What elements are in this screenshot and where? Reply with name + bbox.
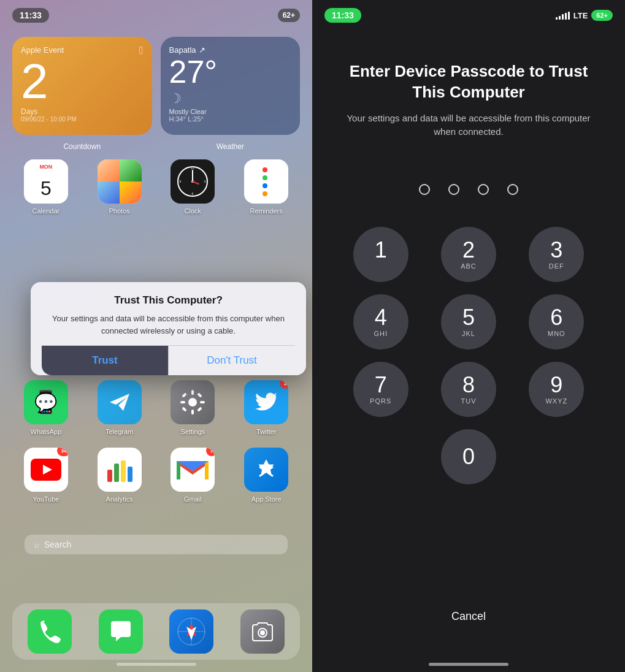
numpad-num-1: 1 <box>375 239 387 261</box>
numpad-btn-2[interactable]: 2 ABC <box>441 227 496 282</box>
svg-text:9: 9 <box>180 180 182 183</box>
app-telegram-wrapper[interactable]: Telegram <box>86 380 153 435</box>
svg-rect-25 <box>205 461 209 479</box>
dock-messages-wrapper[interactable] <box>90 609 152 654</box>
app-gmail-wrapper[interactable]: 7 Gmail <box>159 448 227 503</box>
numpad-btn-6[interactable]: 6 MNO <box>529 294 584 349</box>
phone-svg <box>36 618 63 645</box>
numpad-btn-9[interactable]: 9 WXYZ <box>529 362 584 417</box>
app-analytics-wrapper[interactable]: Analytics <box>86 448 153 503</box>
dock-camera-wrapper[interactable] <box>231 609 294 654</box>
search-icon: ⌕ <box>34 540 39 549</box>
signal-bar-4 <box>565 13 567 20</box>
home-indicator-right <box>429 663 508 666</box>
svg-rect-9 <box>191 390 194 395</box>
app-reminders-icon[interactable] <box>244 159 288 204</box>
app-whatsapp-label: WhatsApp <box>31 428 62 435</box>
dock-camera-icon[interactable] <box>240 609 285 654</box>
time-right: 11:33 <box>324 8 361 23</box>
weather-widget[interactable]: Bapatla ↗ 27° ☽ Mostly Clear H:34° L:25° <box>161 37 301 135</box>
app-telegram-icon[interactable] <box>98 380 142 424</box>
numpad-btn-3[interactable]: 3 DEF <box>529 227 584 282</box>
trust-dialog-buttons: Trust Don't Trust <box>42 345 295 375</box>
twitter-svg <box>254 390 278 414</box>
app-row-3: 34 YouTube Analytics <box>12 448 300 503</box>
dock-safari-wrapper[interactable] <box>161 609 223 654</box>
passcode-dot-1 <box>419 184 430 195</box>
svg-rect-15 <box>182 407 187 411</box>
app-photos-wrapper[interactable]: Photos <box>86 159 153 215</box>
app-youtube-wrapper[interactable]: 34 YouTube <box>12 448 80 503</box>
countdown-label: Apple Event <box>21 45 144 55</box>
status-bar-left: 11:33 62+ <box>0 0 312 31</box>
countdown-date: 09/06/22 - 10:00 PM <box>21 116 144 123</box>
trust-button[interactable]: Trust <box>42 346 168 375</box>
appstore-svg <box>253 456 280 483</box>
weather-location: Bapatla ↗ <box>169 45 292 55</box>
numpad-num-2: 2 <box>462 239 475 261</box>
weather-hi-lo: H:34° L:25° <box>169 115 292 123</box>
dock-phone-icon[interactable] <box>28 609 72 654</box>
app-twitter-label: Twitter <box>256 428 276 435</box>
search-bar[interactable]: ⌕ Search <box>25 535 288 554</box>
dont-trust-button[interactable]: Don't Trust <box>168 346 295 375</box>
app-whatsapp-icon[interactable]: 📱 💬 <box>24 380 68 424</box>
numpad-letters-2: ABC <box>461 262 477 270</box>
svg-rect-22 <box>128 467 132 482</box>
trust-dialog: Trust This Computer? Your settings and d… <box>31 282 306 375</box>
svg-rect-21 <box>121 460 126 482</box>
location-arrow-icon: ↗ <box>199 45 205 55</box>
trust-dialog-title: Trust This Computer? <box>42 294 295 307</box>
settings-svg <box>179 389 206 416</box>
app-settings-wrapper[interactable]: Settings <box>159 380 227 435</box>
app-analytics-icon[interactable] <box>98 448 142 492</box>
app-gmail-icon[interactable]: 7 <box>171 448 215 492</box>
numpad-btn-0[interactable]: 0 <box>441 429 496 484</box>
youtube-svg <box>31 459 61 481</box>
dock-safari-icon[interactable] <box>169 609 213 654</box>
app-appstore-wrapper[interactable]: App Store <box>232 448 300 503</box>
svg-rect-10 <box>191 410 194 414</box>
signal-bar-1 <box>556 17 558 20</box>
dock <box>12 603 300 660</box>
dock-phone-wrapper[interactable] <box>18 609 81 654</box>
svg-text:12: 12 <box>191 166 195 170</box>
countdown-widget[interactable]: Apple Event 2 Days 09/06/22 - 10:00 PM  <box>12 37 152 135</box>
clock-svg: 12 3 6 9 <box>175 164 210 199</box>
dock-messages-icon[interactable] <box>99 609 143 654</box>
weather-name: Weather <box>161 142 301 151</box>
numpad-btn-7[interactable]: 7 PQRS <box>353 362 408 417</box>
numpad-btn-8[interactable]: 8 TUV <box>441 362 496 417</box>
cal-day: MON <box>24 159 68 174</box>
numpad-btn-4[interactable]: 4 GHI <box>353 294 408 349</box>
youtube-badge: 34 <box>57 448 68 456</box>
app-youtube-icon[interactable]: 34 <box>24 448 68 492</box>
home-indicator-left <box>117 663 196 666</box>
numpad-btn-1[interactable]: 1 <box>353 227 408 282</box>
app-settings-icon[interactable] <box>171 380 215 424</box>
numpad-num-5: 5 <box>462 307 475 329</box>
numpad-btn-5[interactable]: 5 JKL <box>441 294 496 349</box>
app-appstore-icon[interactable] <box>244 448 288 492</box>
app-photos-icon[interactable] <box>98 159 142 204</box>
moon-icon: ☽ <box>169 91 292 107</box>
numpad-num-3: 3 <box>550 239 562 261</box>
app-clock-icon[interactable]: 12 3 6 9 <box>171 159 215 204</box>
lte-label: LTE <box>573 11 588 20</box>
app-twitter-wrapper[interactable]: 1 Twitter <box>232 380 300 435</box>
app-calendar-wrapper[interactable]: MON 5 Calendar <box>12 159 80 215</box>
cancel-button[interactable]: Cancel <box>312 610 625 623</box>
numpad-num-9: 9 <box>550 374 562 396</box>
app-whatsapp-wrapper[interactable]: 📱 💬 WhatsApp <box>12 380 80 435</box>
app-clock-label: Clock <box>185 207 202 215</box>
numpad-row-3: 7 PQRS 8 TUV 9 WXYZ <box>337 362 600 417</box>
gmail-svg <box>177 457 209 482</box>
app-clock-wrapper[interactable]: 12 3 6 9 Clock <box>159 159 227 215</box>
twitter-badge: 1 <box>280 380 288 389</box>
app-analytics-label: Analytics <box>106 495 133 503</box>
app-calendar-icon[interactable]: MON 5 <box>24 159 68 204</box>
app-twitter-icon[interactable]: 1 <box>244 380 288 424</box>
app-gmail-label: Gmail <box>184 495 202 503</box>
app-reminders-wrapper[interactable]: Reminders <box>232 159 300 215</box>
app-row-2: 📱 💬 WhatsApp Telegram <box>12 380 300 435</box>
